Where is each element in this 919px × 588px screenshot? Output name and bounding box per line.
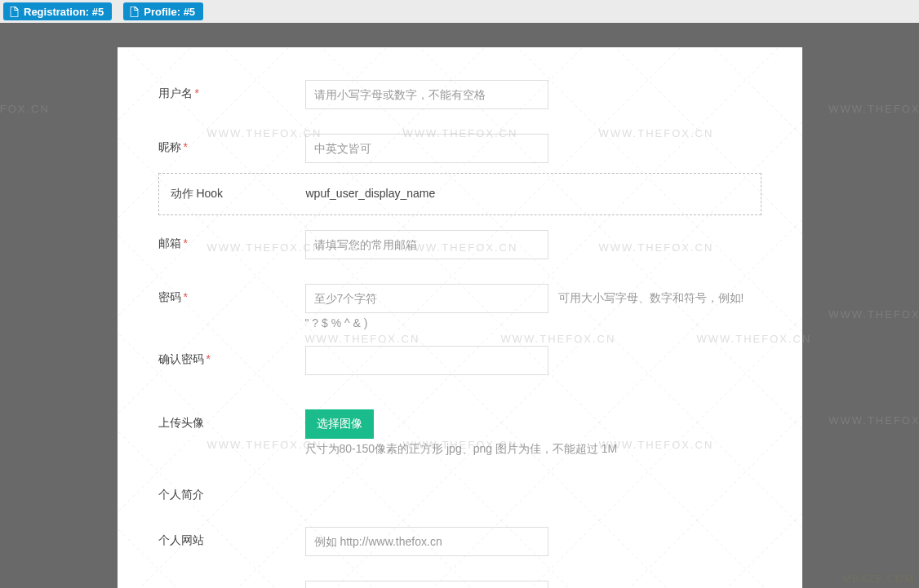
profile-label: Profile: #5: [144, 6, 195, 18]
email-row: 邮箱*: [158, 230, 761, 259]
profile-button[interactable]: Profile: #5: [123, 2, 203, 20]
weibo-label: 腾讯微博: [158, 581, 305, 588]
password-label: 密码*: [158, 284, 305, 305]
avatar-row: 上传头像 选择图像 尺寸为80-150像素的正方形 jpg、png 图片为佳，不…: [158, 409, 761, 457]
action-hook-label: 动作 Hook: [159, 187, 306, 201]
weibo-row: 腾讯微博: [158, 581, 761, 588]
username-row: 用户名*: [158, 80, 761, 109]
username-input[interactable]: [305, 80, 548, 109]
registration-label: Registration: #5: [24, 6, 104, 18]
password-input[interactable]: [305, 284, 548, 313]
email-input[interactable]: [305, 230, 548, 259]
confirm-password-input[interactable]: [305, 346, 548, 375]
email-label: 邮箱*: [158, 230, 305, 251]
password-hint-inline: 可用大小写字母、数字和符号，例如!: [558, 291, 744, 306]
bio-label: 个人简介: [158, 481, 305, 502]
required-marker: *: [184, 140, 188, 153]
password-hint-below: " ? $ % ^ & ): [305, 316, 368, 329]
nickname-row: 昵称*: [158, 134, 761, 163]
document-icon: [9, 7, 20, 17]
website-label: 个人网站: [158, 527, 305, 548]
avatar-hint: 尺寸为80-150像素的正方形 jpg、png 图片为佳，不能超过 1M: [305, 442, 761, 457]
watermark-text: WWW.THEFOX.CN: [0, 103, 50, 115]
select-image-button[interactable]: 选择图像: [305, 409, 374, 439]
bio-row: 个人简介: [158, 481, 761, 502]
website-row: 个人网站: [158, 527, 761, 556]
nickname-input[interactable]: [305, 134, 548, 163]
required-marker: *: [206, 352, 211, 365]
confirm-password-row: 确认密码*: [158, 346, 761, 375]
weibo-input[interactable]: [305, 581, 548, 588]
form-panel: 用户名* 昵称* 动作 Hook wpuf_user_display_name …: [118, 47, 802, 588]
confirm-password-label: 确认密码*: [158, 346, 305, 367]
nickname-label: 昵称*: [158, 134, 305, 155]
action-hook-row: 动作 Hook wpuf_user_display_name: [158, 173, 761, 215]
required-marker: *: [184, 237, 188, 250]
required-marker: *: [195, 86, 199, 99]
password-row: 密码* 可用大小写字母、数字和符号，例如! " ? $ % ^ & ): [158, 284, 761, 329]
document-icon: [129, 7, 140, 17]
action-hook-value: wpuf_user_display_name: [306, 187, 761, 201]
website-input[interactable]: [305, 527, 548, 556]
watermark-text: WWW.THEFOX.CN: [828, 414, 919, 427]
avatar-label: 上传头像: [158, 409, 305, 431]
required-marker: *: [184, 290, 188, 303]
watermark-text: WWW.THEFOX.CN: [828, 103, 919, 115]
content-area: 用户名* 昵称* 动作 Hook wpuf_user_display_name …: [0, 23, 919, 588]
registration-button[interactable]: Registration: #5: [3, 2, 112, 20]
username-label: 用户名*: [158, 80, 305, 101]
watermark-text: WWW.THEFOX.CN: [828, 308, 919, 321]
top-bar: Registration: #5 Profile: #5: [0, 0, 919, 23]
